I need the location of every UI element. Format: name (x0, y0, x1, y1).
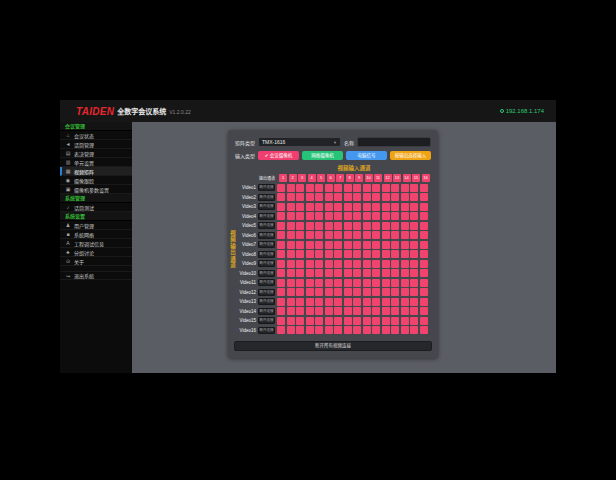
matrix-cell[interactable] (277, 307, 285, 315)
matrix-cell[interactable] (382, 250, 390, 258)
matrix-cell[interactable] (287, 307, 295, 315)
matrix-cell[interactable] (277, 241, 285, 249)
matrix-cell[interactable] (325, 279, 333, 287)
matrix-cell[interactable] (344, 298, 352, 306)
output-disconnect-button[interactable]: 断开连接 (258, 327, 275, 334)
sidebar-item-logout[interactable]: ↪退出系统 (60, 271, 132, 280)
matrix-cell[interactable] (363, 241, 371, 249)
matrix-cell[interactable] (315, 241, 323, 249)
matrix-cell[interactable] (391, 279, 399, 287)
matrix-cell[interactable] (325, 307, 333, 315)
matrix-cell[interactable] (344, 184, 352, 192)
matrix-cell[interactable] (372, 326, 380, 334)
matrix-cell[interactable] (420, 193, 428, 201)
matrix-cell[interactable] (287, 260, 295, 268)
output-disconnect-button[interactable]: 断开连接 (258, 289, 275, 296)
matrix-cell[interactable] (420, 231, 428, 239)
matrix-cell[interactable] (296, 326, 304, 334)
matrix-cell[interactable] (287, 269, 295, 277)
output-disconnect-button[interactable]: 断开连接 (258, 279, 275, 286)
matrix-cell[interactable] (296, 250, 304, 258)
matrix-cell[interactable] (306, 307, 314, 315)
matrix-cell[interactable] (315, 231, 323, 239)
matrix-cell[interactable] (401, 288, 409, 296)
matrix-cell[interactable] (372, 203, 380, 211)
matrix-cell[interactable] (363, 326, 371, 334)
matrix-cell[interactable] (363, 231, 371, 239)
matrix-cell[interactable] (296, 279, 304, 287)
matrix-cell[interactable] (344, 317, 352, 325)
matrix-cell[interactable] (372, 260, 380, 268)
sidebar-item[interactable]: ♪话筒测试 (60, 203, 132, 212)
output-disconnect-button[interactable]: 断开连接 (258, 270, 275, 277)
matrix-cell[interactable] (325, 269, 333, 277)
matrix-cell[interactable] (334, 193, 342, 201)
matrix-cell[interactable] (306, 288, 314, 296)
matrix-cell[interactable] (382, 326, 390, 334)
matrix-cell[interactable] (306, 260, 314, 268)
matrix-cell[interactable] (372, 250, 380, 258)
matrix-cell[interactable] (315, 279, 323, 287)
matrix-cell[interactable] (363, 260, 371, 268)
matrix-cell[interactable] (401, 298, 409, 306)
matrix-cell[interactable] (410, 231, 418, 239)
matrix-cell[interactable] (420, 241, 428, 249)
matrix-cell[interactable] (325, 212, 333, 220)
matrix-cell[interactable] (315, 288, 323, 296)
matrix-cell[interactable] (391, 326, 399, 334)
matrix-cell[interactable] (344, 241, 352, 249)
matrix-cell[interactable] (363, 250, 371, 258)
matrix-cell[interactable] (420, 288, 428, 296)
matrix-cell[interactable] (325, 203, 333, 211)
matrix-cell[interactable] (287, 326, 295, 334)
matrix-cell[interactable] (382, 279, 390, 287)
matrix-cell[interactable] (372, 298, 380, 306)
matrix-cell[interactable] (420, 260, 428, 268)
matrix-cell[interactable] (391, 222, 399, 230)
matrix-cell[interactable] (420, 298, 428, 306)
matrix-cell[interactable] (306, 326, 314, 334)
matrix-cell[interactable] (420, 212, 428, 220)
matrix-cell[interactable] (401, 260, 409, 268)
matrix-cell[interactable] (334, 288, 342, 296)
matrix-cell[interactable] (363, 203, 371, 211)
matrix-cell[interactable] (391, 212, 399, 220)
matrix-cell[interactable] (315, 298, 323, 306)
matrix-cell[interactable] (353, 184, 361, 192)
matrix-cell[interactable] (391, 288, 399, 296)
matrix-cell[interactable] (382, 184, 390, 192)
matrix-cell[interactable] (287, 317, 295, 325)
matrix-cell[interactable] (363, 317, 371, 325)
matrix-cell[interactable] (277, 250, 285, 258)
sidebar-item[interactable]: ⌂会议状态 (60, 131, 132, 140)
matrix-cell[interactable] (401, 184, 409, 192)
output-disconnect-button[interactable]: 断开连接 (258, 241, 275, 248)
matrix-cell[interactable] (363, 288, 371, 296)
matrix-cell[interactable] (410, 269, 418, 277)
matrix-cell[interactable] (353, 269, 361, 277)
matrix-cell[interactable] (391, 269, 399, 277)
matrix-cell[interactable] (363, 222, 371, 230)
matrix-cell[interactable] (363, 307, 371, 315)
matrix-cell[interactable] (410, 279, 418, 287)
matrix-type-select[interactable]: TMX-1616 ▼ (258, 137, 341, 147)
matrix-cell[interactable] (296, 298, 304, 306)
matrix-cell[interactable] (306, 317, 314, 325)
matrix-cell[interactable] (382, 288, 390, 296)
matrix-cell[interactable] (344, 326, 352, 334)
matrix-cell[interactable] (277, 222, 285, 230)
matrix-cell[interactable] (277, 269, 285, 277)
matrix-cell[interactable] (401, 222, 409, 230)
matrix-cell[interactable] (334, 317, 342, 325)
input-type-button[interactable]: 网络摄像机 (302, 151, 343, 160)
matrix-cell[interactable] (277, 184, 285, 192)
input-type-button[interactable]: 按输出选择输入 (390, 151, 431, 160)
matrix-cell[interactable] (420, 307, 428, 315)
matrix-cell[interactable] (401, 307, 409, 315)
matrix-cell[interactable] (344, 193, 352, 201)
output-disconnect-button[interactable]: 断开连接 (258, 260, 275, 267)
matrix-cell[interactable] (372, 184, 380, 192)
matrix-cell[interactable] (296, 231, 304, 239)
matrix-cell[interactable] (410, 317, 418, 325)
matrix-cell[interactable] (344, 307, 352, 315)
